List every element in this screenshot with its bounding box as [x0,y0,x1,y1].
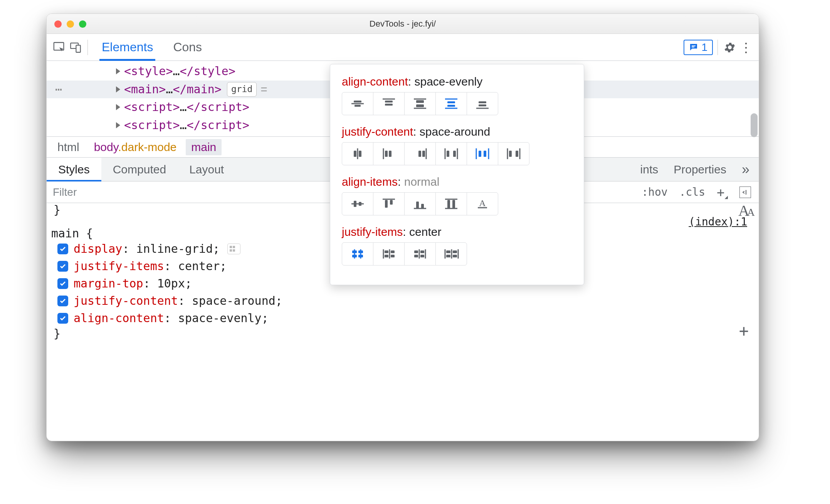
justify-items-option[interactable] [435,242,467,265]
svg-rect-77 [420,250,424,253]
svg-rect-31 [389,151,391,157]
svg-rect-20 [447,101,455,103]
align-content-option[interactable] [404,92,436,115]
expand-triangle-icon[interactable] [116,86,120,92]
svg-rect-16 [416,100,424,103]
align-content-option[interactable] [435,92,467,115]
breadcrumb-item[interactable]: main [186,139,222,155]
popover-title: align-content: space-evenly [342,75,572,88]
svg-rect-75 [414,255,418,257]
svg-rect-82 [446,255,450,257]
align-items-option[interactable] [404,192,436,215]
justify-content-option[interactable] [435,142,467,165]
window-title: DevTools - jec.fyi/ [47,19,759,29]
toggle-declaration-checkbox[interactable] [57,296,68,306]
toggle-declaration-checkbox[interactable] [57,313,68,324]
svg-rect-35 [447,151,449,157]
justify-content-option[interactable] [498,142,529,165]
svg-rect-70 [385,255,388,257]
svg-rect-40 [479,151,481,157]
justify-content-option[interactable] [373,142,405,165]
justify-items-option[interactable] [404,242,436,265]
svg-rect-14 [385,104,393,106]
expand-triangle-icon[interactable] [116,104,120,110]
inspect-element-icon[interactable] [52,40,67,55]
rule-selector[interactable]: main { [51,227,93,240]
svg-rect-5 [230,246,232,248]
svg-rect-36 [453,151,456,157]
issues-badge[interactable]: 1 [684,40,713,55]
svg-rect-81 [446,250,450,253]
minimize-window-button[interactable] [67,20,74,28]
svg-rect-73 [391,255,395,257]
svg-rect-63 [352,250,357,253]
expand-triangle-icon[interactable] [116,68,120,74]
computed-sidebar-toggle-icon[interactable] [739,186,751,198]
svg-rect-17 [416,104,424,107]
svg-rect-27 [354,151,356,157]
svg-rect-52 [390,200,393,205]
align-items-option[interactable] [373,192,405,215]
feedback-icon [689,43,698,52]
justify-items-option[interactable] [342,242,373,265]
open-grid-editor-icon[interactable] [227,244,240,254]
subtab-properties[interactable]: Properties [674,163,726,176]
toggle-hov[interactable]: :hov [642,186,667,198]
svg-rect-84 [453,250,457,253]
align-content-option[interactable] [342,92,373,115]
justify-content-option[interactable] [467,142,498,165]
justify-items-option[interactable] [373,242,405,265]
add-declaration-button[interactable]: + [739,321,749,340]
grid-badge[interactable]: grid [227,82,257,97]
tab-console[interactable]: Cons [164,34,211,60]
css-declaration[interactable]: align-content: space-evenly; [51,309,751,327]
css-declaration[interactable]: justify-content: space-around; [51,292,751,309]
scrollbar-thumb[interactable] [751,113,758,137]
justify-content-option[interactable] [404,142,436,165]
subtab-hidden[interactable]: ints [640,163,659,176]
svg-rect-13 [385,101,393,102]
subtab-styles[interactable]: Styles [47,158,101,181]
devtools-toolbar: Elements Cons 1 ⋮ [47,34,759,61]
breadcrumb-item[interactable]: body.dark-mode [89,139,182,155]
tab-elements[interactable]: Elements [92,34,162,60]
breadcrumb-item[interactable]: html [52,139,85,155]
rule-source-link[interactable]: (index):1 [689,215,747,228]
more-tabs-icon[interactable]: » [742,161,747,178]
device-toolbar-icon[interactable] [68,40,83,55]
svg-rect-74 [414,250,418,253]
svg-rect-64 [352,255,357,257]
align-content-option[interactable] [373,92,405,115]
popover-group-justify-content: justify-content: space-around [342,125,572,165]
svg-rect-2 [76,45,80,52]
toggle-declaration-checkbox[interactable] [57,278,68,289]
align-items-option[interactable] [342,192,373,215]
subtab-computed[interactable]: Computed [101,158,178,181]
justify-content-option[interactable] [342,142,373,165]
expand-triangle-icon[interactable] [116,122,120,128]
svg-rect-67 [358,255,363,257]
align-content-option[interactable] [467,92,498,115]
align-items-option[interactable] [435,192,467,215]
subtab-layout[interactable]: Layout [178,158,235,181]
svg-rect-48 [354,201,356,207]
svg-rect-32 [418,151,421,157]
svg-rect-78 [420,255,424,257]
zoom-window-button[interactable] [79,20,86,28]
svg-rect-6 [233,246,235,248]
svg-rect-33 [422,151,425,157]
toggle-declaration-checkbox[interactable] [57,244,68,254]
popover-title: justify-content: space-around [342,125,572,138]
svg-rect-66 [358,250,363,253]
align-items-option[interactable]: A [467,192,498,215]
toggle-cls[interactable]: .cls [679,186,705,198]
issues-count: 1 [701,41,707,54]
kebab-menu-icon[interactable]: ⋮ [739,40,753,55]
toggle-declaration-checkbox[interactable] [57,261,68,272]
new-style-rule-button[interactable]: +◢ [717,185,728,200]
close-window-button[interactable] [54,20,62,28]
svg-rect-54 [421,204,424,208]
svg-rect-41 [484,151,486,157]
settings-gear-icon[interactable] [722,40,737,55]
grid-editor-popover: align-content: space-evenlyjustify-conte… [330,64,584,285]
